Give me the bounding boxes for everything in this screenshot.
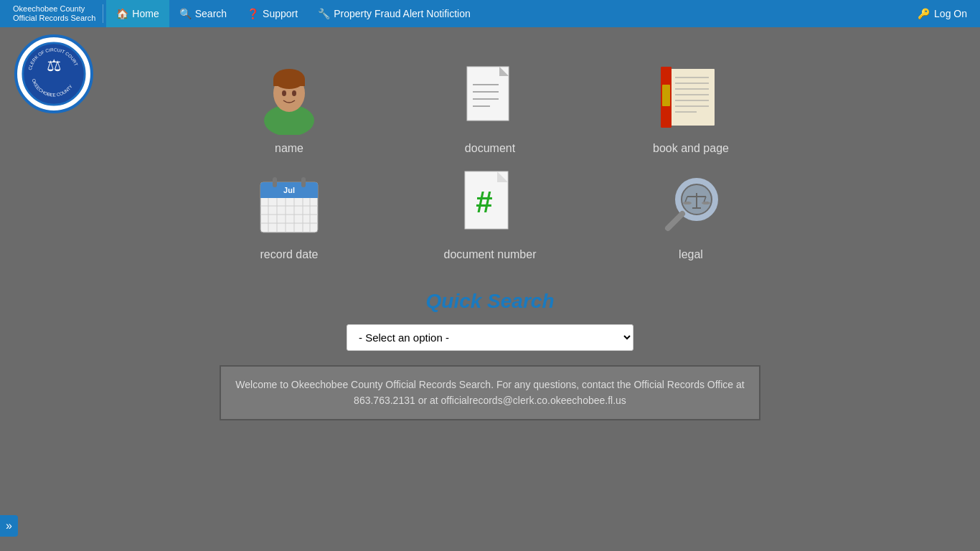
record-date-label: record date: [260, 248, 319, 261]
calendar-icon-img: Jul: [253, 169, 325, 241]
legal-label: legal: [679, 248, 703, 261]
search-type-doc-number[interactable]: # document number: [411, 169, 569, 261]
brand-name: Okeechobee County: [13, 4, 95, 14]
welcome-text-line1: Welcome to Okeechobee County Official Re…: [235, 379, 744, 390]
brand: Okeechobee County Official Records Searc…: [6, 4, 103, 23]
logo-area: ⚖ CLERK OF CIRCUIT COURT OKEECHOBEE COUN…: [14, 34, 93, 113]
svg-text:#: #: [476, 185, 492, 219]
nav-home-label: Home: [132, 8, 159, 19]
side-tab-icon: »: [6, 519, 12, 532]
name-svg: [255, 63, 324, 135]
login-button[interactable]: 🔑 Log On: [910, 8, 974, 19]
docnum-svg: #: [461, 169, 519, 241]
nav-fraud[interactable]: 🔧 Property Fraud Alert Notifiction: [308, 0, 481, 27]
nav-search[interactable]: 🔍 Search: [169, 0, 237, 27]
book-icon-img: [655, 63, 727, 135]
search-type-record-date[interactable]: Jul record date: [210, 169, 368, 261]
svg-point-8: [282, 90, 286, 96]
navbar: Okeechobee County Official Records Searc…: [0, 0, 980, 27]
main-content: name document: [0, 27, 980, 420]
search-type-legal[interactable]: legal: [612, 169, 770, 261]
login-icon: 🔑: [918, 8, 930, 19]
svg-point-55: [683, 202, 692, 204]
name-icon-img: [253, 63, 325, 135]
welcome-box: Welcome to Okeechobee County Official Re…: [220, 365, 760, 420]
search-icon: 🔍: [179, 8, 192, 19]
nav-support-label: Support: [263, 8, 298, 19]
legal-svg: [655, 169, 727, 241]
quick-search-select[interactable]: - Select an option - Name Document Book …: [347, 324, 633, 351]
fraud-icon: 🔧: [318, 8, 330, 19]
svg-text:Jul: Jul: [283, 186, 295, 194]
nav-fraud-label: Property Fraud Alert Notifiction: [334, 8, 471, 19]
nav-home[interactable]: 🏠 Home: [106, 0, 169, 27]
search-type-document[interactable]: document: [411, 63, 569, 155]
welcome-text-line2: 863.763.2131 or at officialrecords@clerk…: [354, 395, 626, 406]
nav-support[interactable]: ❓ Support: [237, 0, 308, 27]
document-icon-img: [454, 63, 526, 135]
logo-svg: ⚖ CLERK OF CIRCUIT COURT OKEECHOBEE COUN…: [22, 42, 86, 106]
document-svg: [461, 63, 519, 135]
svg-rect-7: [273, 79, 305, 86]
name-label: name: [275, 142, 303, 155]
support-icon: ❓: [247, 8, 259, 19]
book-page-label: book and page: [653, 142, 729, 155]
doc-number-label: document number: [444, 248, 537, 261]
quick-search-title: Quick Search: [347, 290, 633, 313]
quick-search-section: Quick Search - Select an option - Name D…: [347, 290, 633, 351]
search-type-book-page[interactable]: book and page: [612, 63, 770, 155]
logo-circle: ⚖ CLERK OF CIRCUIT COURT OKEECHOBEE COUN…: [14, 34, 93, 113]
docnum-icon-img: #: [454, 169, 526, 241]
login-label: Log On: [934, 8, 967, 19]
document-label: document: [465, 142, 515, 155]
svg-rect-33: [301, 177, 306, 187]
svg-point-56: [702, 202, 710, 204]
svg-rect-27: [662, 85, 670, 106]
svg-rect-32: [273, 177, 277, 187]
search-type-grid: name document: [210, 63, 770, 261]
svg-line-48: [668, 214, 682, 228]
brand-sub: Official Records Search: [13, 14, 95, 23]
search-type-name[interactable]: name: [210, 63, 368, 155]
home-icon: 🏠: [116, 8, 128, 19]
book-svg: [657, 63, 725, 135]
svg-text:⚖: ⚖: [47, 56, 62, 75]
legal-icon-img: [655, 169, 727, 241]
calendar-svg: Jul: [257, 171, 321, 240]
nav-search-label: Search: [195, 8, 227, 19]
side-tab[interactable]: »: [0, 515, 18, 537]
svg-point-9: [292, 90, 296, 96]
